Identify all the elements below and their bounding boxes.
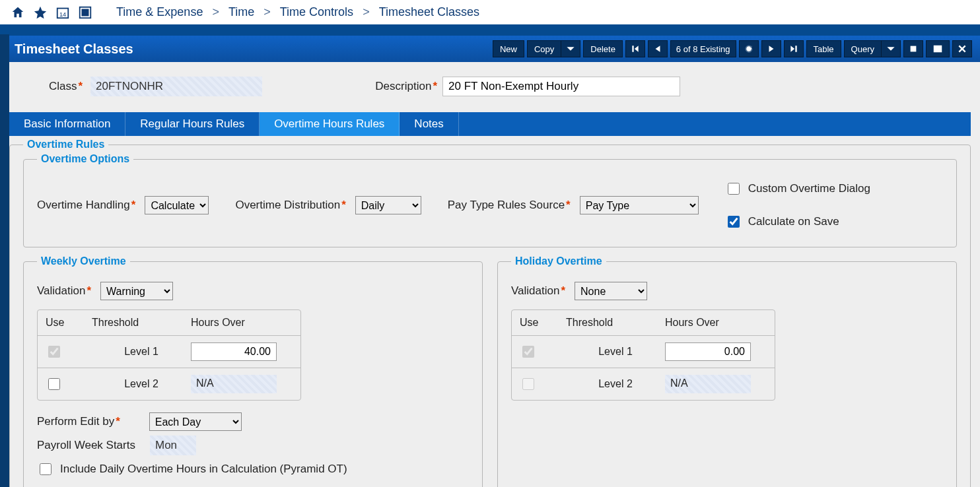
holiday-validation-select[interactable]: None: [575, 282, 647, 300]
prev-record-icon[interactable]: [648, 40, 668, 57]
holiday-level2-hours: N/A: [665, 375, 751, 393]
col-use: Use: [46, 317, 92, 329]
first-record-icon[interactable]: [625, 40, 645, 57]
svg-rect-4: [911, 47, 916, 51]
overtime-options-legend: Overtime Options: [37, 153, 133, 165]
pyramid-ot-label: Include Daily Overtime Hours in Calculat…: [60, 463, 347, 476]
svg-rect-3: [82, 9, 88, 15]
delete-button[interactable]: Delete: [583, 40, 623, 57]
overtime-rules-legend: Overtime Rules: [23, 139, 108, 150]
holiday-level1-use: [522, 346, 534, 358]
weekly-validation-select[interactable]: Warning: [100, 282, 173, 300]
overtime-distribution-select[interactable]: Daily: [355, 196, 421, 214]
col-use: Use: [520, 317, 566, 329]
ribbon-divider: [0, 26, 980, 36]
overtime-distribution-label: Overtime Distribution*: [235, 199, 345, 212]
query-button[interactable]: Query: [844, 40, 881, 57]
record-status: 6 of 8 Existing: [670, 40, 736, 57]
breadcrumb-item[interactable]: Time & Expense: [116, 5, 203, 19]
tab-regular-hours[interactable]: Regular Hours Rules: [125, 112, 260, 136]
col-threshold: Threshold: [566, 317, 665, 329]
week-starts-label: Payroll Week Starts: [37, 439, 135, 452]
new-button[interactable]: New: [493, 40, 524, 57]
header-form: Class* Description*: [0, 62, 980, 112]
breadcrumb-item[interactable]: Timesheet Classes: [379, 5, 479, 19]
home-icon[interactable]: [7, 3, 29, 22]
class-field[interactable]: [90, 77, 262, 96]
class-label: Class*: [49, 80, 83, 92]
breadcrumb-sep: >: [212, 5, 219, 19]
overtime-panel: Overtime Rules Overtime Options Overtime…: [0, 136, 980, 487]
perform-edit-label: Perform Edit by*: [37, 415, 120, 428]
copy-button[interactable]: Copy: [527, 40, 561, 57]
breadcrumb: Time & Expense > Time > Time Controls > …: [116, 5, 479, 19]
weekly-overtime-fieldset: Weekly Overtime Validation* Warning Use …: [23, 255, 483, 487]
custom-dialog-label: Custom Overtime Dialog: [748, 182, 870, 195]
left-sidebar-sliver: [0, 34, 9, 487]
calendar-icon[interactable]: 14: [52, 3, 74, 22]
weekly-level-table: Use Threshold Hours Over Level 1 Level 2: [37, 309, 301, 401]
next-record-icon[interactable]: [761, 40, 781, 57]
weekly-level1-use: [48, 346, 60, 358]
weekly-validation-label: Validation*: [37, 284, 91, 298]
holiday-level2-label: Level 2: [566, 378, 665, 390]
top-bar: 14 Time & Expense > Time > Time Controls…: [0, 0, 980, 26]
record-toolbar: New Copy Delete 6 of 8 Existing Table Qu…: [493, 40, 972, 57]
holiday-level-table: Use Threshold Hours Over Level 1 Level 2: [511, 309, 775, 401]
page-title: Timesheet Classes: [15, 42, 133, 57]
paytype-source-label: Pay Type Rules Source*: [448, 199, 571, 212]
overtime-handling-select[interactable]: Calculate: [145, 196, 209, 214]
holiday-level2-use: [522, 378, 534, 390]
breadcrumb-sep: >: [363, 5, 370, 19]
weekly-overtime-legend: Weekly Overtime: [37, 255, 130, 267]
overtime-options-fieldset: Overtime Options Overtime Handling* Calc…: [23, 153, 957, 247]
svg-text:14: 14: [59, 11, 66, 17]
breadcrumb-sep: >: [263, 5, 271, 19]
tab-overtime-hours[interactable]: Overtime Hours Rules: [260, 112, 400, 136]
pyramid-ot-row[interactable]: Include Daily Overtime Hours in Calculat…: [37, 457, 469, 481]
calc-on-save-label: Calculate on Save: [748, 215, 839, 228]
weekly-level1-label: Level 1: [92, 346, 191, 358]
calc-on-save-checkbox[interactable]: [728, 216, 740, 228]
table-button[interactable]: Table: [806, 40, 841, 57]
custom-dialog-checkbox[interactable]: [728, 183, 740, 195]
holiday-overtime-fieldset: Holiday Overtime Validation* None Use Th…: [497, 255, 957, 487]
col-threshold: Threshold: [92, 317, 191, 329]
breadcrumb-item[interactable]: Time Controls: [280, 5, 353, 19]
query-dropdown-icon[interactable]: [881, 40, 901, 57]
pyramid-ot-checkbox[interactable]: [40, 463, 52, 475]
perform-edit-select[interactable]: Each Day: [149, 412, 242, 431]
window-small-icon[interactable]: [903, 40, 923, 57]
breadcrumb-item[interactable]: Time: [228, 5, 254, 19]
paytype-source-select[interactable]: Pay Type: [580, 196, 699, 214]
overtime-handling-label: Overtime Handling*: [37, 199, 135, 212]
grid-icon[interactable]: [74, 3, 96, 22]
page-title-bar: Timesheet Classes New Copy Delete 6 of 8…: [0, 36, 980, 62]
holiday-level1-hours[interactable]: [665, 342, 751, 361]
week-starts-field: [150, 436, 196, 455]
overtime-rules-fieldset: Overtime Rules Overtime Options Overtime…: [9, 139, 971, 487]
weekly-level1-hours[interactable]: [191, 342, 277, 361]
tab-notes[interactable]: Notes: [400, 112, 458, 136]
close-icon[interactable]: [952, 40, 972, 57]
description-label: Description*: [375, 80, 437, 93]
holiday-overtime-legend: Holiday Overtime: [511, 255, 606, 267]
description-field[interactable]: [442, 77, 680, 96]
holiday-validation-label: Validation*: [511, 284, 565, 298]
last-record-icon[interactable]: [784, 40, 804, 57]
calc-on-save-row[interactable]: Calculate on Save: [725, 210, 873, 234]
svg-rect-5: [934, 46, 942, 52]
star-icon[interactable]: [29, 3, 52, 22]
weekly-level2-hours: N/A: [191, 375, 277, 393]
weekly-level2-label: Level 2: [92, 378, 191, 390]
tab-strip: Basic Information Regular Hours Rules Ov…: [9, 112, 971, 136]
copy-dropdown-icon[interactable]: [561, 40, 580, 57]
weekly-level2-use[interactable]: [48, 378, 60, 390]
refresh-icon[interactable]: [739, 40, 759, 57]
custom-dialog-row[interactable]: Custom Overtime Dialog: [725, 177, 873, 201]
tab-basic-info[interactable]: Basic Information: [9, 112, 125, 136]
holiday-level1-label: Level 1: [566, 346, 665, 358]
col-hours: Hours Over: [665, 317, 767, 329]
col-hours: Hours Over: [191, 317, 293, 329]
window-max-icon[interactable]: [926, 40, 950, 57]
